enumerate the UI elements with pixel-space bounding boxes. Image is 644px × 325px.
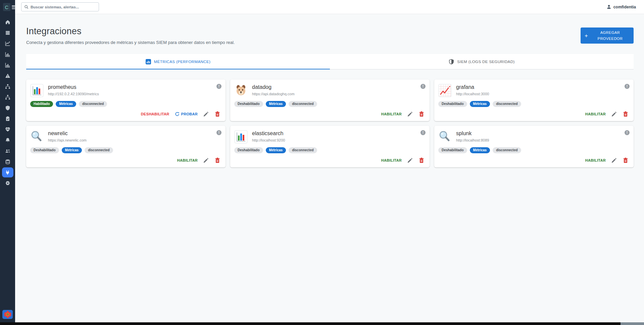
- integration-name: elasticsearch: [252, 130, 285, 137]
- sidebar-item-database[interactable]: [0, 156, 15, 167]
- menu-toggle-icon[interactable]: [12, 5, 15, 9]
- atom-icon: [3, 311, 12, 318]
- sidebar-item-health[interactable]: [0, 124, 15, 135]
- sidebar-item-users[interactable]: [0, 146, 15, 156]
- sidebar-item-security[interactable]: [0, 103, 15, 113]
- connection-badge: disconnected: [289, 101, 317, 107]
- info-icon[interactable]: !: [216, 130, 221, 135]
- info-icon[interactable]: !: [420, 130, 426, 135]
- sidebar-item-servers[interactable]: [0, 28, 15, 38]
- sidebar-item-metrics-alt[interactable]: [0, 60, 15, 70]
- refresh-icon: [175, 112, 180, 116]
- sidebar-nav: [0, 17, 15, 188]
- plus-icon: +: [585, 33, 588, 39]
- tab-metrics[interactable]: MÉTRICAS (PERFORMANCE): [26, 54, 330, 69]
- edit-icon[interactable]: [203, 157, 209, 163]
- sidebar-item-home[interactable]: [0, 17, 15, 28]
- enable-button[interactable]: HABILITAR: [585, 158, 606, 162]
- enable-button[interactable]: HABILITAR: [585, 112, 606, 116]
- integration-name: prometheus: [48, 84, 99, 90]
- bar-chart-icon: [5, 52, 10, 57]
- sidebar-item-trends[interactable]: [0, 38, 15, 49]
- shield-icon: [5, 105, 10, 111]
- siem-shield-icon: [449, 59, 454, 64]
- sidebar-item-notifications[interactable]: [0, 135, 15, 146]
- user-name: comfidentia: [613, 5, 636, 9]
- delete-icon[interactable]: [418, 157, 425, 163]
- plug-icon: [5, 170, 10, 175]
- disable-button[interactable]: DESHABILITAR: [141, 112, 169, 116]
- bar-chart-icon: [5, 62, 10, 68]
- home-icon: [5, 19, 10, 25]
- edit-icon[interactable]: [407, 111, 413, 117]
- delete-icon[interactable]: [214, 111, 220, 117]
- type-badge: Métricas: [56, 101, 76, 107]
- delete-icon[interactable]: [214, 157, 220, 163]
- tab-siem-label: SIEM (LOGS DE SEGURIDAD): [457, 60, 514, 64]
- sidebar-item-topology-alt[interactable]: [0, 92, 15, 103]
- status-badge: Deshabilitado: [30, 147, 59, 153]
- integration-card-splunk: ! splunk http://localhost:8089 Deshabili…: [434, 126, 634, 167]
- integration-card-elasticsearch: ! elasticsearch http://localhost:9200 De…: [230, 126, 430, 167]
- delete-icon[interactable]: [623, 111, 629, 117]
- info-icon[interactable]: !: [625, 130, 630, 135]
- integration-url: http://localhost:9200: [252, 138, 285, 142]
- search-box[interactable]: [21, 2, 99, 11]
- tab-metrics-label: MÉTRICAS (PERFORMANCE): [154, 60, 211, 64]
- connection-badge: disconnected: [85, 147, 113, 153]
- window-bottom-edge-corner: [621, 322, 644, 325]
- enable-button[interactable]: HABILITAR: [177, 158, 198, 162]
- delete-icon[interactable]: [623, 157, 629, 163]
- bar-chart-icon: [234, 130, 248, 144]
- sidebar-item-audit[interactable]: [0, 113, 15, 124]
- tab-siem[interactable]: SIEM (LOGS DE SEGURIDAD): [330, 54, 634, 69]
- user-menu[interactable]: comfidentia: [606, 4, 636, 9]
- sidebar-item-integrations[interactable]: [0, 167, 15, 178]
- sidebar-item-settings[interactable]: [0, 178, 15, 188]
- search-icon: [24, 5, 29, 9]
- test-button[interactable]: PROBAR: [175, 112, 198, 116]
- page-title: Integraciones: [26, 26, 235, 37]
- tab-bar: MÉTRICAS (PERFORMANCE) SIEM (LOGS DE SEG…: [26, 54, 634, 69]
- sidebar-item-topology[interactable]: [0, 81, 15, 92]
- info-icon[interactable]: !: [420, 84, 426, 89]
- search-input[interactable]: [31, 5, 96, 9]
- integration-url: https://api.datadoghq.com: [252, 92, 295, 96]
- user-icon: [606, 4, 611, 9]
- info-icon[interactable]: !: [625, 84, 630, 89]
- page-header: Integraciones Conecta y gestiona diferen…: [26, 26, 634, 45]
- main-content: Integraciones Conecta y gestiona diferen…: [15, 14, 644, 322]
- connection-badge: disconnected: [493, 147, 521, 153]
- magnifier-icon: [438, 130, 452, 144]
- clipboard-check-icon: [5, 116, 10, 121]
- app-logo[interactable]: C: [3, 3, 10, 11]
- edit-icon[interactable]: [203, 111, 209, 117]
- bell-icon: [5, 138, 10, 143]
- integration-name: newrelic: [48, 130, 87, 137]
- status-badge: Deshabilitado: [234, 101, 263, 107]
- dog-icon: [234, 84, 248, 97]
- info-icon[interactable]: !: [216, 84, 221, 89]
- delete-icon[interactable]: [418, 111, 425, 117]
- edit-icon[interactable]: [407, 157, 413, 163]
- connection-badge: disconnected: [493, 101, 521, 107]
- status-badge: Deshabilitado: [438, 147, 467, 153]
- app-logo-letter: C: [5, 4, 9, 10]
- sidebar-item-alerts[interactable]: [0, 70, 15, 81]
- edit-icon[interactable]: [611, 157, 617, 163]
- trend-chart-icon: [5, 41, 10, 46]
- magnifier-icon: [30, 130, 44, 144]
- users-icon: [5, 148, 10, 154]
- edit-icon[interactable]: [611, 111, 617, 117]
- add-provider-button[interactable]: + AGREGAR PROVEEDOR: [581, 28, 634, 44]
- alert-triangle-icon: [5, 73, 10, 78]
- integration-name: splunk: [456, 130, 489, 137]
- sidebar-item-metrics[interactable]: [0, 49, 15, 60]
- integration-card-datadog: ! datadog https://api.datadoghq.com Desh…: [230, 79, 430, 121]
- integration-url: https://api.newrelic.com: [48, 138, 87, 142]
- brand-logo[interactable]: [2, 310, 13, 319]
- status-badge: Deshabilitado: [438, 101, 467, 107]
- enable-button[interactable]: HABILITAR: [381, 112, 402, 116]
- enable-button[interactable]: HABILITAR: [381, 158, 402, 162]
- integration-card-newrelic: ! newrelic https://api.newrelic.com Desh…: [26, 126, 226, 167]
